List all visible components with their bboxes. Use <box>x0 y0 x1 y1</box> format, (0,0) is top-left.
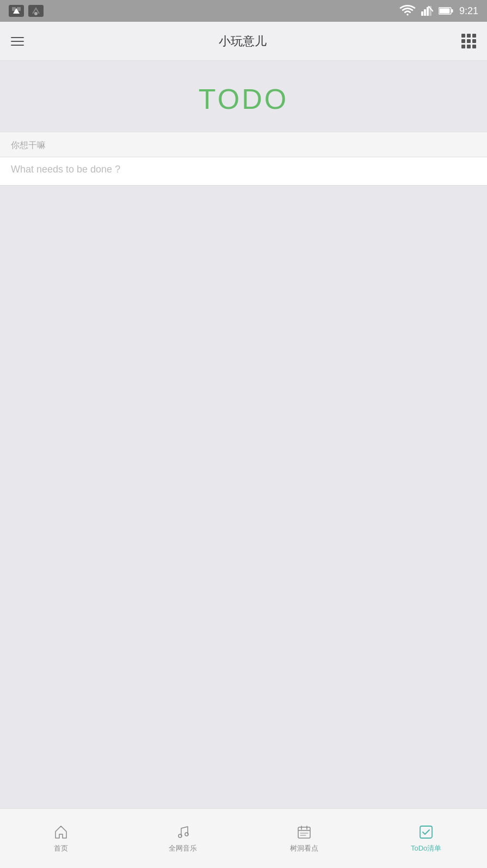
nav-item-music[interactable]: 全网音乐 <box>122 820 244 858</box>
svg-point-2 <box>34 12 38 15</box>
svg-rect-13 <box>298 827 310 838</box>
app-icon-2 <box>28 5 44 17</box>
status-bar-right: 9:21 <box>399 3 478 19</box>
todo-input[interactable] <box>0 157 487 185</box>
svg-rect-19 <box>420 826 432 838</box>
nav-label-home: 首页 <box>54 844 68 853</box>
wifi-icon <box>399 3 416 19</box>
svg-rect-4 <box>424 9 426 16</box>
svg-rect-5 <box>427 7 429 16</box>
svg-rect-9 <box>439 9 449 14</box>
app-bar: 小玩意儿 <box>0 22 487 61</box>
nav-label-feed: 树洞看点 <box>290 844 318 853</box>
nav-label-music: 全网音乐 <box>169 844 197 853</box>
music-icon <box>175 824 191 840</box>
todo-title: TODO <box>11 83 476 115</box>
grid-icon[interactable] <box>461 34 476 48</box>
nav-label-todo: ToDo清单 <box>411 844 441 853</box>
battery-icon <box>439 7 454 15</box>
empty-area <box>0 186 487 808</box>
menu-icon[interactable] <box>11 37 24 46</box>
input-hint: 你想干嘛 <box>0 132 487 157</box>
todo-title-section: TODO <box>0 61 487 132</box>
status-bar-left <box>9 5 44 17</box>
input-section: 你想干嘛 <box>0 132 487 186</box>
todo-check-icon <box>418 824 434 840</box>
app-icon-1 <box>9 5 24 17</box>
bottom-nav: 首页 全网音乐 树洞看点 ToDo清单 <box>0 808 487 868</box>
svg-rect-10 <box>451 9 453 13</box>
home-icon <box>53 824 69 840</box>
status-bar: 9:21 <box>0 0 487 22</box>
nav-item-todo[interactable]: ToDo清单 <box>365 820 487 858</box>
nav-item-home[interactable]: 首页 <box>0 820 122 858</box>
main-content: TODO 你想干嘛 <box>0 61 487 808</box>
calendar-icon <box>296 824 312 840</box>
status-time: 9:21 <box>459 5 478 17</box>
signal-icon <box>421 6 433 16</box>
nav-item-feed[interactable]: 树洞看点 <box>244 820 366 858</box>
svg-rect-3 <box>421 11 423 16</box>
app-title: 小玩意儿 <box>219 33 267 50</box>
